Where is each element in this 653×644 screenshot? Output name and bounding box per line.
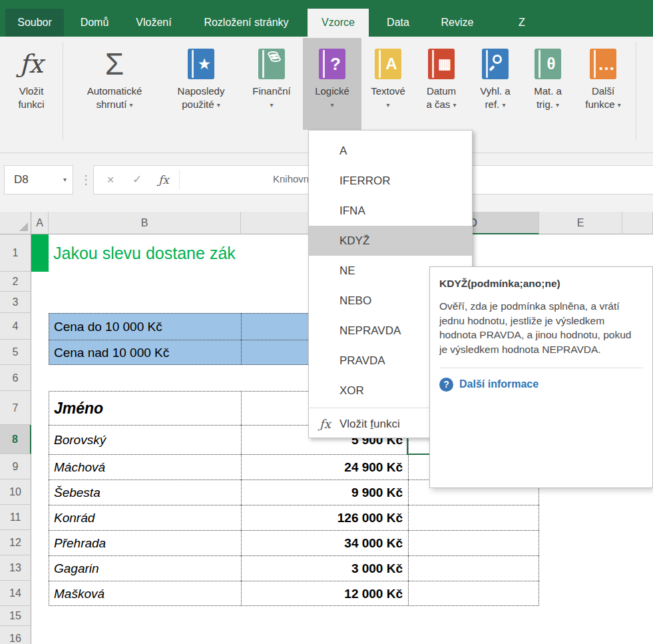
math-trig-button[interactable]: θ Mat. a trig. ▾ xyxy=(523,38,572,130)
row-header-10[interactable]: 10 xyxy=(0,480,31,505)
help-icon: ? xyxy=(439,378,453,392)
name-box-arrow-icon[interactable]: ▾ xyxy=(63,166,67,194)
insert-function-button[interactable]: ƒx Vložit funkci xyxy=(5,38,57,130)
row-header-12[interactable]: 12 xyxy=(0,530,31,555)
cell-b11[interactable]: Konrád xyxy=(49,505,241,530)
more-info-link[interactable]: ? Další informace xyxy=(439,378,643,392)
book-theta-icon: θ xyxy=(535,49,561,79)
cell-b7[interactable]: Jméno xyxy=(49,391,241,425)
select-all-corner[interactable] xyxy=(0,212,31,234)
tab-vzorce[interactable]: Vzorce xyxy=(308,9,369,37)
tab-vlozeni[interactable]: Vložení xyxy=(129,9,178,37)
cell-d11[interactable] xyxy=(408,505,539,530)
row-header-6[interactable]: 6 xyxy=(0,365,31,391)
ribbon-separator xyxy=(63,42,63,141)
tooltip-divider xyxy=(439,368,643,368)
cell-a1[interactable] xyxy=(31,234,49,272)
ribbon-tab-bar: Soubor Domů Vložení Rozložení stránky Vz… xyxy=(0,0,653,37)
cell-c13[interactable]: 3 000 Kč xyxy=(241,555,408,581)
row-header-16[interactable]: 16 xyxy=(0,626,31,644)
cell-b4[interactable]: Cena do 10 000 Kč xyxy=(49,313,241,340)
book-coins-icon xyxy=(258,49,285,79)
menu-item-kdyz[interactable]: KDYŽ xyxy=(309,226,472,256)
button-label: Logické xyxy=(315,85,349,97)
cell-c12[interactable]: 34 000 Kč xyxy=(241,530,408,555)
cell-d12[interactable] xyxy=(408,530,539,555)
tab-revize[interactable]: Revize xyxy=(431,9,483,37)
tab-zobrazeni[interactable]: Z xyxy=(513,9,531,37)
more-functions-button[interactable]: … Další funkce ▾ xyxy=(575,38,631,130)
cell-c9[interactable]: 24 900 Kč xyxy=(241,454,408,480)
book-star-icon: ★ xyxy=(188,49,214,79)
dropdown-arrow-icon: ▾ xyxy=(502,101,505,109)
name-box-value: D8 xyxy=(14,173,29,186)
button-label: funkce xyxy=(585,99,614,110)
cell-b12[interactable]: Přehrada xyxy=(49,530,241,555)
tab-soubor[interactable]: Soubor xyxy=(5,9,64,37)
dropdown-arrow-icon: ▾ xyxy=(130,101,133,109)
row-header-5[interactable]: 5 xyxy=(0,340,31,365)
row-header-9[interactable]: 9 xyxy=(0,454,31,480)
button-label: ref. xyxy=(485,99,500,110)
button-label: trig. xyxy=(537,99,553,110)
insert-function-icon[interactable]: ƒx xyxy=(152,166,175,194)
text-functions-button[interactable]: A Textové ▾ xyxy=(363,38,413,130)
book-question-icon: ? xyxy=(319,49,345,79)
cancel-icon[interactable]: × xyxy=(99,166,122,194)
cell-c14[interactable]: 12 000 Kč xyxy=(241,581,408,606)
recently-used-button[interactable]: ★ Naposledy použité ▾ xyxy=(164,38,238,130)
cell-d13[interactable] xyxy=(408,555,539,581)
button-label: použité xyxy=(182,99,214,110)
column-header-e[interactable]: E xyxy=(539,212,622,234)
column-header-b[interactable]: B xyxy=(49,212,241,234)
enter-icon[interactable]: ✓ xyxy=(126,166,148,194)
column-header-f[interactable] xyxy=(622,212,653,234)
dropdown-arrow-icon: ▾ xyxy=(618,101,621,109)
cell-b9[interactable]: Máchová xyxy=(49,454,241,480)
menu-item-ifna[interactable]: IFNA xyxy=(309,196,472,226)
menu-item-iferror[interactable]: IFERROR xyxy=(309,166,472,196)
button-label: Datum xyxy=(427,85,456,97)
excel-window: Soubor Domů Vložení Rozložení stránky Vz… xyxy=(0,0,653,644)
column-header-a[interactable]: A xyxy=(31,212,49,234)
row-header-13[interactable]: 13 xyxy=(0,555,31,581)
autosum-button[interactable]: Σ Automatické shrnutí ▾ xyxy=(69,38,160,130)
cell-b10[interactable]: Šebesta xyxy=(49,480,241,505)
financial-functions-button[interactable]: Finanční ▾ xyxy=(241,38,302,130)
cell-c10[interactable]: 9 900 Kč xyxy=(241,480,408,505)
book-letter-a-icon: A xyxy=(375,49,401,79)
row-header-3[interactable]: 3 xyxy=(0,292,31,313)
cell-b14[interactable]: Mašková xyxy=(49,581,241,606)
row-header-8[interactable]: 8 xyxy=(0,425,31,454)
button-label: Další xyxy=(592,85,614,97)
tab-rozlozeni-stranky[interactable]: Rozložení stránky xyxy=(194,9,298,37)
cell-b5[interactable]: Cena nad 10 000 Kč xyxy=(49,340,241,365)
cell-c11[interactable]: 126 000 Kč xyxy=(241,505,408,530)
logical-functions-button[interactable]: ? Logické ▾ xyxy=(303,38,361,130)
formula-bar-grip[interactable]: ⋮ xyxy=(80,165,92,194)
button-label: funkci xyxy=(18,99,44,110)
menu-item-a[interactable]: A xyxy=(309,136,472,166)
tab-domu[interactable]: Domů xyxy=(75,9,114,37)
button-label: shrnutí xyxy=(96,99,126,110)
date-time-functions-button[interactable]: ▦ Datum a čas ▾ xyxy=(415,38,467,130)
cell-b8[interactable]: Borovský xyxy=(49,425,241,454)
dropdown-arrow-icon: ▾ xyxy=(556,101,559,109)
tab-data[interactable]: Data xyxy=(379,9,417,37)
row-header-4[interactable]: 4 xyxy=(0,313,31,340)
name-box[interactable]: D8 ▾ xyxy=(4,165,73,194)
row-header-14[interactable]: 14 xyxy=(0,581,31,606)
dropdown-arrow-icon: ▾ xyxy=(330,101,333,109)
row-header-15[interactable]: 15 xyxy=(0,606,31,626)
tooltip-title: KDYŽ(podmínka;ano;ne) xyxy=(439,278,643,290)
row-header-11[interactable]: 11 xyxy=(0,505,31,530)
button-label: Mat. a xyxy=(534,85,562,97)
lookup-reference-button[interactable]: Vyhl. a ref. ▾ xyxy=(470,38,521,130)
cell-d14[interactable] xyxy=(408,581,539,606)
row-header-7[interactable]: 7 xyxy=(0,391,31,425)
row-header-1[interactable]: 1 xyxy=(0,234,31,272)
cell-b13[interactable]: Gagarin xyxy=(49,555,241,581)
ribbon-separator xyxy=(636,42,636,141)
fx-icon: ƒx xyxy=(19,49,43,79)
row-header-2[interactable]: 2 xyxy=(0,272,31,292)
